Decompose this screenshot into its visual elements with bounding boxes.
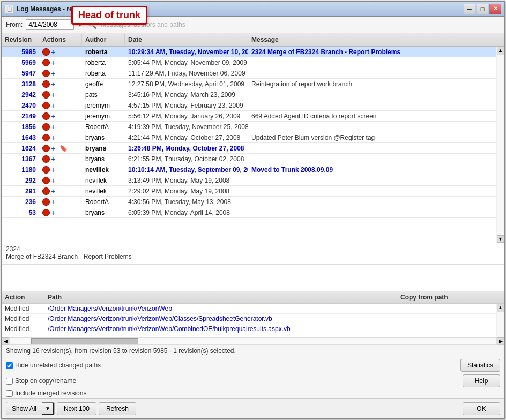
minimize-button[interactable]: ─	[464, 4, 475, 14]
actions-cell: +	[39, 111, 82, 121]
scroll-right-arrow[interactable]: ▶	[497, 338, 504, 345]
hide-unrelated-checkbox[interactable]	[6, 362, 13, 369]
action-icon-blue: +	[51, 102, 58, 109]
status-bar: Showing 16 revision(s), from revision 53…	[2, 344, 504, 357]
include-merged-checkbox[interactable]	[6, 390, 13, 397]
help-button[interactable]: Help	[463, 374, 500, 387]
action-icon-red	[42, 123, 50, 131]
table-row[interactable]: 5985+roberta10:29:34 AM, Tuesday, Novemb…	[2, 47, 496, 57]
table-row[interactable]: 1367+bryans6:21:55 PM, Thursday, October…	[2, 154, 496, 164]
scroll-left-arrow[interactable]: ◀	[2, 338, 9, 345]
action-icon-blue: +	[51, 188, 58, 195]
statistics-button[interactable]: Statistics	[460, 359, 500, 372]
preview-line1: 2324	[6, 245, 500, 253]
table-row[interactable]: 2942+pats3:45:16 PM, Monday, March 23, 2…	[2, 89, 496, 100]
scroll-thumb-h[interactable]	[31, 338, 138, 344]
message-cell	[248, 100, 496, 110]
paths-scroll-up[interactable]: ▲	[497, 304, 504, 311]
message-cell	[248, 143, 496, 153]
paths-scroll-track[interactable]	[497, 311, 504, 337]
hide-unrelated-label: Hide unrelated changed paths	[6, 362, 101, 369]
bottom-right-buttons: OK	[463, 402, 500, 415]
scroll-track[interactable]	[497, 54, 504, 235]
author-cell: bryans	[82, 143, 125, 153]
actions-cell: +	[39, 207, 82, 218]
actions-cell: +🔖	[39, 143, 82, 153]
window-icon: 📋	[5, 5, 13, 13]
path-row[interactable]: Modified/Order Managers/Verizon/trunk/Ve…	[2, 304, 496, 314]
date-cell: 12:27:58 PM, Wednesday, April 01, 2009	[125, 79, 248, 89]
toolbar: Head of trunk From: ▼ 🔍 Messages, author…	[2, 17, 504, 33]
action-icon-red	[42, 155, 50, 163]
scroll-up-arrow[interactable]: ▲	[497, 47, 504, 54]
path-row[interactable]: Modified/Order Managers/Verizon/trunk/Ve…	[2, 314, 496, 324]
action-icon-blue: +	[51, 91, 58, 99]
table-row[interactable]: 1856+RobertA4:19:39 PM, Tuesday, Novembe…	[2, 122, 496, 132]
table-row[interactable]: 1180+nevillek10:10:14 AM, Tuesday, Septe…	[2, 164, 496, 175]
table-row[interactable]: 5969+roberta5:05:44 PM, Monday, November…	[2, 57, 496, 68]
date-cell: 4:21:44 PM, Monday, October 27, 2008	[125, 132, 248, 142]
next-100-button[interactable]: Next 100	[57, 402, 96, 415]
author-cell: bryans	[82, 207, 125, 218]
show-all-wrap: Show All ▼	[6, 402, 55, 415]
refresh-button[interactable]: Refresh	[99, 402, 136, 415]
path-copy-cell	[389, 314, 496, 324]
table-row[interactable]: 3128+geoffe12:27:58 PM, Wednesday, April…	[2, 79, 496, 89]
table-row[interactable]: 1624+🔖bryans1:26:48 PM, Monday, October …	[2, 143, 496, 154]
vertical-scrollbar[interactable]: ▲ ▼	[496, 47, 504, 243]
horizontal-scrollbar[interactable]: ◀ ▶	[2, 337, 504, 344]
action-icon-red	[42, 134, 50, 141]
action-icon-red	[42, 209, 50, 216]
path-row[interactable]: Modified/Order Managers/Verizon/trunk/Ve…	[2, 324, 496, 334]
ok-button[interactable]: OK	[463, 402, 500, 415]
author-cell: roberta	[82, 57, 125, 68]
actions-cell: +	[39, 47, 82, 57]
action-icon-red	[42, 48, 50, 56]
table-row[interactable]: 1643+bryans4:21:44 PM, Monday, October 2…	[2, 132, 496, 143]
revision-cell: 1180	[2, 164, 39, 175]
show-all-button[interactable]: Show All	[6, 403, 42, 415]
action-icon-red	[42, 145, 50, 152]
message-cell	[248, 57, 496, 68]
col-actions: Actions	[39, 34, 82, 45]
table-row[interactable]: 291+nevillek2:29:02 PM, Monday, May 19, …	[2, 186, 496, 197]
revision-cell: 1367	[2, 154, 39, 164]
author-cell: nevillek	[82, 186, 125, 196]
table-row[interactable]: 53+bryans6:05:39 PM, Monday, April 14, 2…	[2, 207, 496, 218]
scroll-track-h[interactable]	[9, 338, 497, 345]
from-date-input[interactable]	[26, 19, 74, 30]
revision-cell: 53	[2, 207, 39, 218]
revision-cell: 5947	[2, 68, 39, 78]
action-icon-blue: +	[51, 177, 58, 184]
search-placeholder: Messages, authors and paths	[101, 21, 500, 28]
date-cell: 2:29:02 PM, Monday, May 19, 2008	[125, 186, 248, 196]
from-label: From:	[6, 21, 23, 28]
date-cell: 3:13:49 PM, Monday, May 19, 2008	[125, 175, 248, 185]
revision-cell: 2942	[2, 89, 39, 100]
message-cell: Moved to Trunk 2008.09.09	[248, 164, 496, 175]
table-row[interactable]: 236+RobertA4:30:56 PM, Tuesday, May 13, …	[2, 197, 496, 207]
table-row[interactable]: 292+nevillek3:13:49 PM, Monday, May 19, …	[2, 175, 496, 186]
revision-cell: 1643	[2, 132, 39, 142]
action-icon-red	[42, 166, 50, 174]
paths-col-action: Action	[2, 292, 44, 302]
show-all-dropdown-arrow[interactable]: ▼	[42, 402, 54, 415]
table-row[interactable]: 2470+jeremym4:57:15 PM, Monday, February…	[2, 100, 496, 111]
paths-scrollbar[interactable]: ▲ ▼	[496, 304, 504, 337]
scroll-down-arrow[interactable]: ▼	[497, 235, 504, 243]
col-author: Author	[82, 34, 125, 45]
revision-cell: 236	[2, 197, 39, 207]
actions-cell: +	[39, 197, 82, 207]
message-cell: 669 Added Agent ID criteria to report sc…	[248, 111, 496, 121]
maximize-button[interactable]: □	[477, 4, 488, 14]
author-cell: RobertA	[82, 122, 125, 132]
message-cell	[248, 197, 496, 207]
action-icon-blue: +	[51, 70, 58, 77]
close-button[interactable]: ✕	[489, 4, 501, 14]
message-cell	[248, 122, 496, 132]
stop-on-copy-checkbox[interactable]	[6, 378, 13, 385]
table-row[interactable]: 2149+jeremym5:56:12 PM, Monday, January …	[2, 111, 496, 122]
include-merged-label: Include merged revisions	[6, 389, 86, 397]
path-action-cell: Modified	[2, 314, 44, 324]
table-row[interactable]: 5947+roberta11:17:29 AM, Friday, Novembe…	[2, 68, 496, 79]
